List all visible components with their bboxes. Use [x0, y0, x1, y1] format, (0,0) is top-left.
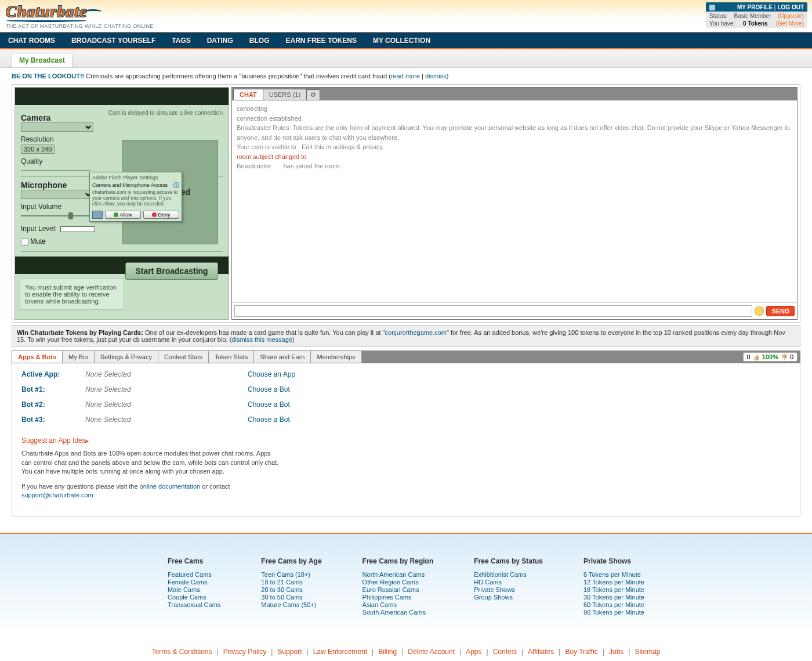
app-row-key: Active App: [21, 370, 85, 378]
footer-link[interactable]: North American Cams [362, 571, 425, 578]
start-broadcasting-button[interactable]: Start Broadcasting [125, 262, 218, 280]
flash-allow-button[interactable]: Allow [105, 211, 141, 219]
choose-link[interactable]: Choose a Bot [248, 385, 290, 393]
footer-link[interactable]: Exhibitionist Cams [474, 571, 526, 578]
upgrade-link[interactable]: (Upgrade) [778, 13, 804, 19]
chat-tabs: CHATUSERS (1)⚙ [232, 88, 797, 100]
footer-col-heading: Free Cams by Age [261, 557, 321, 565]
logout-link[interactable]: LOG OUT [777, 4, 804, 10]
app-row-value: None Selected [85, 400, 248, 409]
legal-link[interactable]: Jobs [609, 648, 624, 656]
flash-deny-button[interactable]: Deny [143, 211, 179, 219]
apps-description: Chaturbate Apps and Bots are 100% open-s… [21, 449, 282, 476]
help-icon[interactable]: ? [173, 182, 179, 188]
lower-tab[interactable]: Contest Stats [158, 351, 209, 363]
chat-tab-settings[interactable]: ⚙ [306, 89, 320, 100]
camera-select[interactable] [21, 122, 93, 132]
footer-link[interactable]: Couple Cams [168, 594, 206, 601]
footer-link[interactable]: Transsexual Cams [168, 601, 220, 608]
lower-tab[interactable]: Memberships [311, 351, 361, 363]
quality-slider[interactable] [21, 170, 90, 171]
footer-link[interactable]: 30 to 50 Cams [261, 594, 303, 601]
emoji-icon[interactable] [755, 306, 764, 316]
lower-tab[interactable]: Settings & Privacy [95, 351, 158, 363]
apps-panel: Active App:None SelectedChoose an AppBot… [12, 363, 800, 516]
mute-checkbox[interactable] [21, 238, 28, 245]
alert-dismiss-link[interactable]: dismiss [425, 73, 447, 80]
footer-link[interactable]: Featured Cams [168, 571, 212, 578]
promo-dismiss-link[interactable]: dismiss this message [231, 336, 292, 343]
nav-item[interactable]: CHAT ROOMS [0, 33, 63, 48]
legal-link[interactable]: Sitemap [635, 648, 660, 656]
footer-link[interactable]: 18 Tokens per Minute [583, 586, 644, 593]
lower-tab[interactable]: Share and Earn [254, 351, 311, 363]
legal-link[interactable]: Law Enforcement [313, 648, 367, 656]
footer-link[interactable]: Asian Cams [362, 601, 397, 608]
footer-link[interactable]: 6 Tokens per Minute [583, 571, 641, 578]
footer-link[interactable]: Male Cams [168, 586, 200, 593]
nav-item[interactable]: BROADCAST YOURSELF [63, 33, 164, 48]
footer-link[interactable]: Private Shows [474, 586, 514, 593]
choose-link[interactable]: Choose a Bot [248, 416, 290, 424]
footer-link[interactable]: South American Cams [362, 609, 426, 616]
chat-tab-users[interactable]: USERS (1) [263, 89, 307, 100]
chevron-right-icon: ▸ [86, 438, 89, 444]
suggest-app-link[interactable]: Suggest an App Idea▸ [21, 436, 89, 445]
legal-link[interactable]: Affiliates [528, 648, 554, 656]
footer-link[interactable]: 60 Tokens per Minute [583, 601, 644, 608]
nav-item[interactable]: TAGS [164, 33, 198, 48]
footer-col-heading: Free Cams by Status [474, 557, 543, 565]
footer-col: Free CamsFeatured CamsFemale CamsMale Ca… [168, 557, 220, 616]
thumbs-down-icon[interactable] [781, 353, 788, 360]
legal-link[interactable]: Delete Account [408, 648, 455, 656]
flash-title: Adobe Flash Player Settings [92, 175, 179, 180]
volume-slider[interactable] [21, 215, 90, 216]
my-profile-link[interactable]: MY PROFILE [737, 4, 773, 10]
support-email-link[interactable]: support@chaturbate.com [21, 492, 93, 499]
footer-col: Free Cams by StatusExhibitionist CamsHD … [474, 557, 543, 616]
legal-link[interactable]: Billing [378, 648, 397, 656]
legal-link[interactable]: Buy Traffic [565, 648, 597, 656]
footer-link[interactable]: Euro Russian Cams [362, 586, 419, 593]
promo-link[interactable]: conjurorthegame.com [385, 329, 447, 336]
chat-tab-chat[interactable]: CHAT [233, 89, 263, 100]
legal-link[interactable]: Support [277, 648, 302, 656]
footer-link[interactable]: 12 Tokens per Minute [583, 579, 644, 586]
lower-tab[interactable]: Apps & Bots [12, 351, 63, 363]
footer-link[interactable]: Other Region Cams [362, 579, 419, 586]
level-label: Input Level: [21, 225, 57, 233]
nav-item[interactable]: BLOG [241, 33, 278, 48]
lower-tab[interactable]: My Bio [63, 351, 95, 363]
footer-link[interactable]: 20 to 30 Cams [261, 586, 303, 593]
app-row-key: Bot #1: [21, 385, 85, 393]
microphone-select[interactable] [21, 190, 93, 199]
app-row: Active App:None SelectedChoose an App [21, 370, 791, 378]
footer-link[interactable]: HD Cams [474, 579, 502, 586]
footer-link[interactable]: Philippines Cams [362, 594, 412, 601]
footer-link[interactable]: 90 Tokens per Minute [583, 609, 644, 616]
nav-item[interactable]: DATING [199, 33, 241, 48]
footer-link[interactable]: Female Cams [168, 579, 207, 586]
alert-read-more-link[interactable]: read more [391, 73, 420, 80]
lower-tab[interactable]: Token Stats [209, 351, 254, 363]
get-more-link[interactable]: (Get More) [776, 20, 804, 27]
nav-item[interactable]: MY COLLECTION [365, 33, 438, 48]
legal-link[interactable]: Apps [466, 648, 481, 656]
footer-link[interactable]: 18 to 21 Cams [261, 579, 303, 586]
choose-link[interactable]: Choose an App [248, 370, 295, 378]
site-logo[interactable]: Chaturbate [6, 2, 102, 22]
footer-link[interactable]: Mature Cams (50+) [261, 601, 316, 608]
chat-input[interactable] [234, 305, 752, 317]
legal-link[interactable]: Terms & Conditions [152, 648, 212, 656]
online-doc-link[interactable]: online documentation [140, 483, 201, 490]
legal-link[interactable]: Privacy Policy [223, 648, 267, 656]
tab-my-broadcast[interactable]: My Broadcast [12, 53, 72, 67]
choose-link[interactable]: Choose a Bot [248, 400, 290, 409]
chat-send-button[interactable]: SEND [766, 306, 795, 316]
footer-link[interactable]: Group Shows [474, 594, 513, 601]
footer-link[interactable]: Teen Cams (18+) [261, 571, 310, 578]
nav-item[interactable]: EARN FREE TOKENS [277, 33, 364, 48]
thumbs-up-icon[interactable] [753, 353, 760, 360]
footer-link[interactable]: 30 Tokens per Minute [583, 594, 644, 601]
legal-link[interactable]: Contest [493, 648, 517, 656]
